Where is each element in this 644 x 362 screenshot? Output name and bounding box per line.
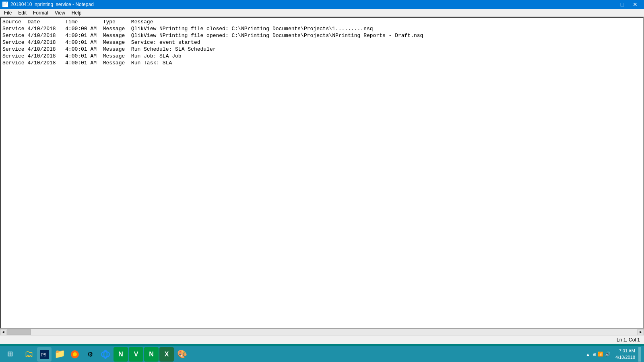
cursor-position: Ln 1, Col 1 (617, 337, 640, 343)
minimize-button[interactable]: – (603, 0, 616, 9)
menu-edit[interactable]: Edit (15, 9, 30, 16)
title-bar: 📄 20180410_nprinting_service - Notepad –… (0, 0, 644, 9)
taskbar-icon-firefox[interactable] (68, 347, 82, 362)
taskbar-clock[interactable]: 7:01 AM 4/10/2018 (612, 348, 635, 360)
show-desktop-button[interactable] (638, 347, 641, 362)
clock-date: 4/10/2018 (615, 354, 635, 360)
tray-arrow[interactable]: ▲ (586, 352, 590, 357)
taskbar: ⊞ 🗂 PS 📁 ⚙ N V N X 🎨 ▲ 🖥 📶 🔊 7:01 AM 4/1… (0, 346, 644, 362)
taskbar-icon-nprinting-n2[interactable]: N (144, 347, 159, 362)
svg-text:PS: PS (41, 352, 46, 358)
taskbar-icon-files[interactable]: 📁 (52, 347, 67, 362)
taskbar-icon-paint[interactable]: 🎨 (175, 347, 189, 362)
svg-point-3 (73, 352, 77, 356)
menu-format[interactable]: Format (30, 9, 52, 16)
taskbar-icon-nprinting-n1[interactable]: N (114, 347, 128, 362)
horizontal-scrollbar[interactable]: ◀ ▶ (0, 329, 644, 335)
close-button[interactable]: ✕ (629, 0, 642, 9)
taskbar-icon-powershell[interactable]: PS (37, 347, 52, 362)
menu-view[interactable]: View (52, 9, 68, 16)
title-bar-controls: – □ ✕ (603, 0, 642, 9)
taskbar-icon-settings[interactable]: ⚙ (83, 347, 97, 362)
taskbar-right: ▲ 🖥 📶 🔊 7:01 AM 4/10/2018 (582, 347, 644, 362)
menu-bar: File Edit Format View Help (0, 9, 644, 17)
window-title: 20180410_nprinting_service - Notepad (10, 2, 94, 7)
status-bar: Ln 1, Col 1 (0, 335, 644, 344)
scroll-left-button[interactable]: ◀ (0, 329, 6, 335)
taskbar-icon-explorer[interactable]: 🗂 (22, 347, 36, 362)
title-bar-left: 📄 20180410_nprinting_service - Notepad (2, 2, 94, 7)
start-button[interactable]: ⊞ (0, 346, 20, 362)
maximize-button[interactable]: □ (616, 0, 629, 9)
scroll-thumb[interactable] (7, 329, 31, 335)
tray-monitor-icon: 🖥 (592, 352, 596, 357)
clock-time: 7:01 AM (615, 348, 635, 354)
text-body: Source Date Time Type Message Service 4/… (1, 18, 643, 67)
scroll-track[interactable] (6, 329, 638, 335)
menu-file[interactable]: File (1, 9, 15, 16)
notepad-window: 📄 20180410_nprinting_service - Notepad –… (0, 0, 644, 344)
taskbar-icon-nprinting-v[interactable]: V (129, 347, 143, 362)
tray-volume-icon: 🔊 (605, 352, 611, 357)
menu-help[interactable]: Help (68, 9, 85, 16)
scroll-right-button[interactable]: ▶ (638, 329, 644, 335)
tray-network-icon: 📶 (598, 352, 603, 357)
taskbar-icon-ie[interactable] (98, 347, 113, 362)
taskbar-icon-excel[interactable]: X (159, 347, 174, 362)
notepad-icon: 📄 (2, 2, 8, 7)
system-tray-icons: ▲ 🖥 📶 🔊 (586, 352, 611, 357)
text-content-area[interactable]: Source Date Time Type Message Service 4/… (0, 17, 644, 329)
taskbar-icons: 🗂 PS 📁 ⚙ N V N X 🎨 (20, 347, 191, 362)
svg-point-4 (101, 352, 109, 357)
